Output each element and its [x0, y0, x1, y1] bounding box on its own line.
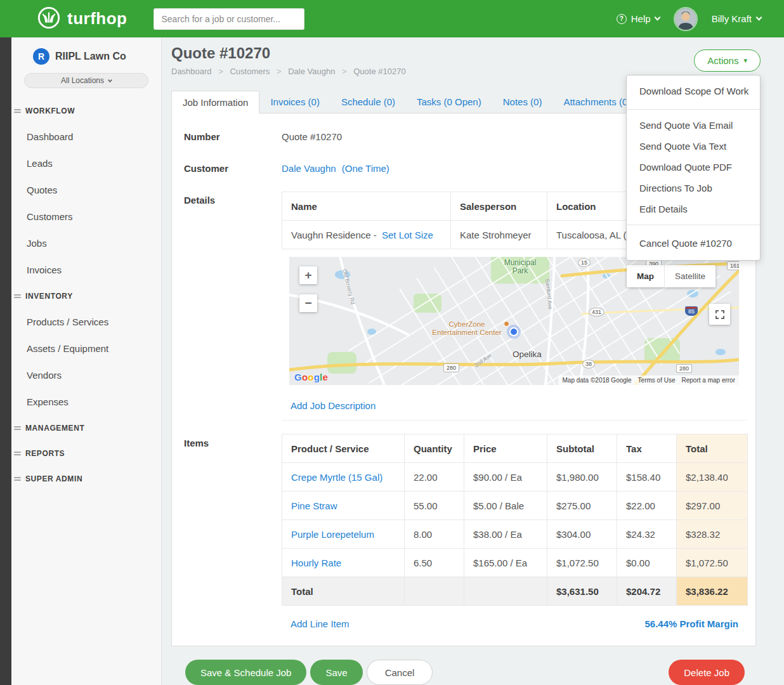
details-label: Details	[184, 195, 215, 206]
menu-item-download-scope-of-work[interactable]: Download Scope Of Work	[627, 77, 760, 104]
map-type-satellite-button[interactable]: Satellite	[664, 265, 715, 287]
sidebar-item-vendors[interactable]: Vendors	[11, 362, 161, 389]
section-label: REPORTS	[25, 449, 65, 458]
tab-invoices[interactable]: Invoices (0)	[259, 91, 330, 113]
map[interactable]: Municipal Park CyberZone Entertainment C…	[289, 257, 739, 385]
section-collapse-icon	[14, 477, 21, 481]
total-tax: $204.72	[617, 577, 677, 606]
terms-of-use-link[interactable]: Terms of Use	[638, 377, 676, 384]
search-input[interactable]	[154, 8, 304, 30]
brand-logo[interactable]: turfhop	[37, 6, 127, 32]
customer-type-link[interactable]: (One Time)	[342, 163, 389, 174]
tab-bar: Job Information Invoices (0) Schedule (0…	[171, 91, 641, 114]
company-name: RIIPL Lawn Co	[55, 51, 126, 62]
section-super-admin[interactable]: SUPER ADMIN	[11, 466, 161, 492]
city-label: Opelika	[513, 349, 542, 359]
map-attribution: Map data ©2018 Google Terms of Use Repor…	[558, 375, 739, 385]
menu-item-send-quote-via-text[interactable]: Send Quote Via Text	[627, 136, 760, 157]
tab-tasks[interactable]: Tasks (0 Open)	[406, 91, 492, 113]
add-job-description-link[interactable]: Add Job Description	[291, 400, 376, 411]
product-link[interactable]: Pine Straw	[291, 500, 337, 511]
cyberzone-poi-label: CyberZone Entertainment Center	[426, 320, 507, 336]
breadcrumb-customers[interactable]: Customers	[230, 67, 270, 76]
breadcrumb-separator: >	[218, 67, 223, 76]
poi-marker-icon	[504, 321, 509, 327]
product-link[interactable]: Purple Lorepetelum	[291, 529, 374, 540]
user-menu[interactable]: Billy Kraft	[712, 13, 761, 24]
quantity-cell: 8.00	[405, 520, 464, 549]
company-header: R RIIPL Lawn Co	[33, 48, 161, 65]
sidebar-item-assets-equipment[interactable]: Assets / Equipment	[11, 336, 161, 362]
topbar: turfhop ? Help Billy Kraft	[0, 0, 784, 37]
items-table: Product / Service Quantity Price Subtota…	[282, 434, 748, 606]
sidebar-item-dashboard[interactable]: Dashboard	[11, 124, 161, 150]
section-label: WORKFLOW	[25, 107, 75, 115]
sidebar-item-customers[interactable]: Customers	[11, 204, 161, 230]
route-shield: 280	[676, 364, 692, 373]
left-rail	[0, 37, 11, 685]
menu-item-directions-to-job[interactable]: Directions To Job	[627, 178, 760, 199]
items-header-subtotal: Subtotal	[547, 434, 617, 463]
items-header-quantity: Quantity	[405, 434, 464, 463]
map-type-map-button[interactable]: Map	[627, 265, 664, 287]
menu-divider	[627, 109, 760, 110]
help-icon: ?	[617, 14, 627, 24]
breadcrumb-customer-name[interactable]: Dale Vaughn	[288, 67, 335, 76]
zoom-in-button[interactable]: +	[299, 266, 317, 284]
items-header-total: Total	[677, 434, 748, 463]
section-collapse-icon	[14, 452, 21, 455]
route-shield: 15	[578, 258, 591, 267]
save-button[interactable]: Save	[310, 660, 362, 685]
section-management[interactable]: MANAGEMENT	[11, 415, 161, 441]
menu-item-download-quote-pdf[interactable]: Download Quote PDF	[627, 157, 760, 178]
menu-item-send-quote-via-email[interactable]: Send Quote Via Email	[627, 115, 760, 136]
actions-button[interactable]: Actions ▾	[694, 49, 761, 72]
caret-down-icon: ▾	[743, 56, 747, 65]
quantity-cell: 55.00	[405, 492, 464, 520]
total-cell: $1,072.50	[677, 549, 748, 577]
sidebar-item-jobs[interactable]: Jobs	[11, 230, 161, 257]
menu-item-cancel-quote[interactable]: Cancel Quote #10270	[627, 230, 760, 259]
report-map-error-link[interactable]: Report a map error	[682, 377, 735, 384]
sidebar-item-quotes[interactable]: Quotes	[11, 177, 161, 204]
job-location-marker	[509, 327, 518, 336]
sidebar-item-expenses[interactable]: Expenses	[11, 389, 161, 415]
subtotal-cell: $1,980.00	[547, 463, 617, 492]
brand-name: turfhop	[67, 9, 127, 29]
section-inventory[interactable]: INVENTORY	[11, 284, 161, 309]
items-header-price: Price	[464, 434, 547, 463]
cancel-button[interactable]: Cancel	[367, 660, 433, 685]
price-cell: $5.00 / Bale	[464, 492, 547, 520]
number-value: Quote #10270	[282, 131, 342, 142]
avatar[interactable]	[674, 7, 698, 31]
set-lot-size-link[interactable]: Set Lot Size	[382, 230, 433, 240]
tax-cell: $22.00	[617, 492, 677, 520]
details-header-name: Name	[282, 192, 451, 221]
municipal-park-label: Municipal Park	[491, 259, 549, 275]
breadcrumb-dashboard[interactable]: Dashboard	[171, 67, 212, 76]
items-label: Items	[184, 438, 209, 448]
add-line-item-link[interactable]: Add Line Item	[291, 618, 350, 629]
route-shield: 431	[589, 308, 604, 316]
customer-name-link[interactable]: Dale Vaughn	[282, 163, 336, 174]
save-and-schedule-button[interactable]: Save & Schedule Job	[185, 660, 306, 685]
product-link[interactable]: Hourly Rate	[291, 558, 341, 568]
sidebar-item-products-services[interactable]: Products / Services	[11, 309, 161, 336]
tab-job-information[interactable]: Job Information	[171, 91, 259, 114]
tab-schedule[interactable]: Schedule (0)	[330, 91, 406, 113]
zoom-out-button[interactable]: −	[299, 294, 317, 312]
section-reports[interactable]: REPORTS	[11, 441, 161, 466]
chevron-down-icon	[756, 15, 762, 21]
sidebar-item-invoices[interactable]: Invoices	[11, 257, 161, 284]
help-menu[interactable]: ? Help	[617, 13, 660, 24]
delete-job-button[interactable]: Delete Job	[669, 660, 745, 685]
product-link[interactable]: Crepe Myrtle (15 Gal)	[291, 472, 382, 483]
route-shield: 280	[443, 363, 459, 372]
fullscreen-button[interactable]	[709, 304, 730, 325]
section-workflow[interactable]: WORKFLOW	[11, 98, 161, 124]
customer-value: Dale Vaughn (One Time)	[282, 163, 389, 174]
menu-item-edit-details[interactable]: Edit Details	[627, 199, 760, 219]
locations-selector[interactable]: All Locations	[24, 73, 148, 88]
tab-notes[interactable]: Notes (0)	[492, 91, 553, 113]
sidebar-item-leads[interactable]: Leads	[11, 150, 161, 177]
